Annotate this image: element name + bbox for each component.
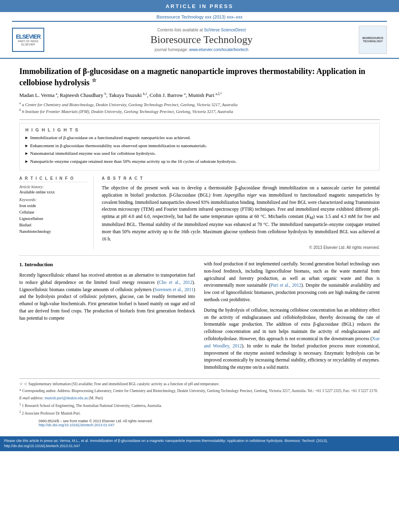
history-value: Available online xxxx (19, 190, 88, 194)
journal-ref-text: Bioresource Technology xxx (2013) xxx–xx… (156, 14, 243, 19)
abstract-col: A B S T R A C T The objective of the pre… (102, 176, 380, 250)
journal-header: ELSEVIER PART OF REED ELSEVIER Contents … (0, 22, 399, 59)
abstract-label: A B S T R A C T (102, 176, 380, 182)
title-star: ☆ (92, 77, 97, 83)
footnote-1: 1 1 Research School of Engineering, The … (19, 402, 380, 409)
homepage-label: journal homepage: (155, 47, 188, 52)
highlights-section: H I G H L I G H T S Immobilization of β-… (19, 123, 380, 170)
journal-homepage: journal homepage: www.elsevier.com/locat… (48, 47, 355, 52)
elsevier-logo-box: ELSEVIER PART OF REED ELSEVIER (12, 28, 48, 52)
bioresource-logo-image: BIORESOURCETECHNOLOGY (359, 26, 387, 54)
journal-title: Bioresource Technology (48, 34, 355, 46)
history-label: Article history: (19, 185, 88, 189)
highlight-item-3: Nanomaterial immobilized enzyme was used… (25, 150, 374, 156)
intro-para-2: with food production if not implemented … (204, 261, 380, 304)
doi-line: http://dx.doi.org/10.1016/j.biortech.201… (39, 423, 360, 427)
keyword-1: Iron oxide (19, 203, 88, 209)
bioresource-logo-box: BIORESOURCETECHNOLOGY (355, 26, 387, 54)
keywords-list: Iron oxide Cellulase Lignocellulose Biof… (19, 203, 88, 235)
citation-bar: Please cite this article in press as: Ve… (0, 436, 399, 451)
footnote-corresponding: * Corresponding author. Address: Bioproc… (19, 388, 380, 394)
copyright-line: © 2013 Elsevier Ltd. All rights reserved… (102, 245, 380, 250)
body-two-col: 1. Introduction Recently lignocellulosic… (19, 261, 380, 374)
article-title: Immobilization of β-glucosidase on a mag… (19, 66, 380, 88)
sciverse-link: SciVerse ScienceDirect (204, 28, 246, 32)
keywords-label: Keywords: (19, 197, 88, 202)
page: ARTICLE IN PRESS Bioresource Technology … (0, 0, 399, 532)
section-divider (19, 255, 380, 256)
keyword-4: Biofuel (19, 222, 88, 228)
footnotes-area: ☆ ☆ Supplementary information (SI) avail… (19, 378, 380, 417)
footnote-2: 2 2 Associate Professor Dr Munish Puri. (19, 410, 380, 416)
article-info-col: A R T I C L E I N F O Article history: A… (19, 176, 94, 250)
affil-divider (19, 119, 380, 120)
sciverse-line: Contents lists available at SciVerse Sci… (48, 28, 355, 32)
issn-line: 0960-8524/$ – see front matter © 2013 El… (39, 419, 360, 423)
footnote-star: ☆ ☆ Supplementary information (SI) avail… (19, 381, 380, 387)
main-content: Immobilization of β-glucosidase on a mag… (0, 59, 399, 432)
highlight-item-1: Immobilization of β-glucosidase on a fun… (25, 135, 374, 141)
footnote-email: E-mail address: munish.puri@deakin.edu.a… (19, 395, 380, 401)
highlight-item-4: Nanoparticle–enzyme conjugate retained m… (25, 158, 374, 164)
authors-text: Madan L. Verma a, Rajneesh Chaudhary b, … (19, 92, 222, 98)
affiliations: a a Centre for Chemistry and Biotechnolo… (19, 101, 380, 115)
affil-a: a a Centre for Chemistry and Biotechnolo… (19, 101, 380, 108)
citation-bar-text: Please cite this article in press as: Ve… (4, 439, 328, 448)
highlight-item-2: Enhancement in β-glucosidase thermostabi… (25, 143, 374, 149)
journal-center: Contents lists available at SciVerse Sci… (48, 28, 355, 52)
keyword-5: Nanobiotechnology (19, 228, 88, 235)
banner-text: ARTICLE IN PRESS (166, 3, 234, 9)
homepage-url: www.elsevier.com/locate/biortech (189, 47, 248, 52)
elsevier-name: ELSEVIER (16, 33, 40, 40)
intro-heading: 1. Introduction (19, 261, 195, 269)
body-left-col: 1. Introduction Recently lignocellulosic… (19, 261, 195, 374)
intro-para-3: During the hydrolysis of cellulose, incr… (204, 307, 380, 371)
article-info-label: A R T I C L E I N F O (19, 176, 88, 182)
body-right-col: with food production if not implemented … (204, 261, 380, 374)
sciverse-prefix: Contents lists available at (157, 28, 203, 32)
authors-line: Madan L. Verma a, Rajneesh Chaudhary b, … (19, 92, 380, 99)
intro-para-1: Recently lignocellulosic ethanol has rec… (19, 272, 195, 322)
article-in-press-banner: ARTICLE IN PRESS (0, 0, 399, 12)
article-title-text: Immobilization of β-glucosidase on a mag… (19, 67, 365, 87)
elsevier-sub: PART OF REED ELSEVIER (14, 40, 43, 47)
affil-b: b b Institute for Frontier Materials (IF… (19, 108, 380, 115)
article-info-abstract-row: A R T I C L E I N F O Article history: A… (19, 176, 380, 250)
keyword-3: Lignocellulose (19, 216, 88, 222)
journal-ref-line: Bioresource Technology xxx (2013) xxx–xx… (0, 12, 399, 21)
highlights-title: H I G H L I G H T S (25, 127, 374, 132)
abstract-text: The objective of the present work was to… (102, 185, 380, 243)
issn-doi: 0960-8524/$ – see front matter © 2013 El… (19, 418, 380, 428)
keyword-2: Cellulase (19, 209, 88, 216)
